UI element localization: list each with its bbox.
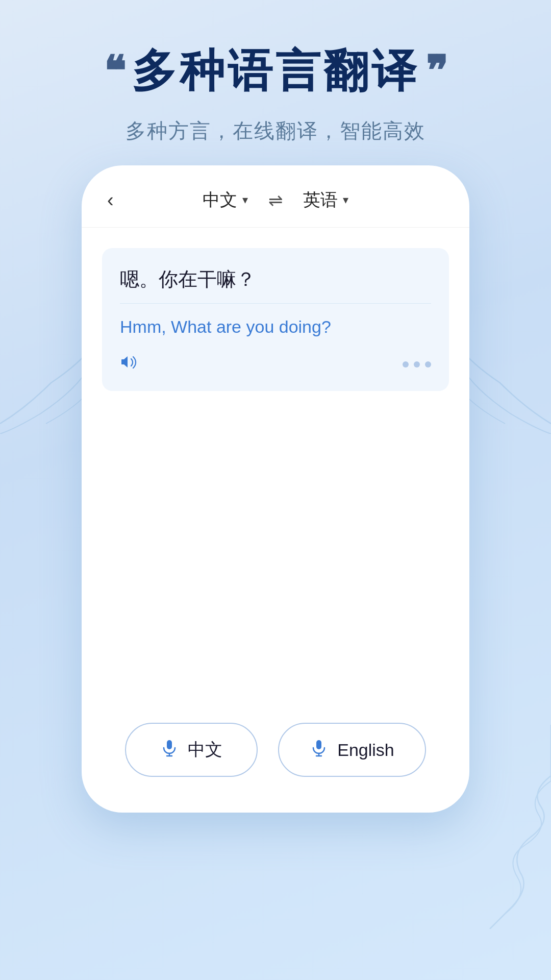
content-area: [82, 401, 469, 707]
swap-languages-button[interactable]: ⇌: [268, 190, 283, 210]
quote-open-icon: ❝: [104, 51, 126, 92]
card-actions: [120, 350, 431, 376]
chinese-voice-button[interactable]: 中文: [125, 723, 258, 777]
subtitle: 多种方言，在线翻译，智能高效: [0, 117, 551, 145]
phone-header: ‹ 中文 ▾ ⇌ 英语 ▾: [82, 165, 469, 228]
target-lang-arrow-icon: ▾: [343, 193, 348, 207]
bottom-buttons: 中文 English: [82, 707, 469, 782]
english-voice-button[interactable]: English: [278, 723, 426, 777]
source-lang-selector[interactable]: 中文 ▾: [203, 188, 248, 212]
more-options-button[interactable]: [403, 361, 431, 368]
source-lang-arrow-icon: ▾: [242, 193, 248, 207]
title-row: ❝ 多种语言翻译 ❞: [0, 41, 551, 102]
card-divider: [120, 303, 431, 304]
svg-rect-3: [316, 740, 321, 749]
translated-text: Hmm, What are you doing?: [120, 314, 431, 340]
back-button[interactable]: ‹: [107, 189, 114, 211]
dot-3: [425, 361, 431, 368]
english-voice-label: English: [337, 740, 394, 760]
source-text: 嗯。你在干嘛？: [120, 266, 431, 293]
chinese-voice-label: 中文: [188, 738, 222, 762]
target-lang-label: 英语: [303, 188, 338, 212]
main-title: 多种语言翻译: [132, 41, 419, 102]
translation-card: 嗯。你在干嘛？ Hmm, What are you doing?: [102, 248, 449, 391]
dot-2: [414, 361, 420, 368]
phone-mockup: ‹ 中文 ▾ ⇌ 英语 ▾ 嗯。你在干嘛？ Hmm, What are you …: [82, 165, 469, 813]
dot-1: [403, 361, 409, 368]
source-lang-label: 中文: [203, 188, 237, 212]
chinese-mic-icon: [160, 739, 179, 762]
play-sound-button[interactable]: [120, 353, 138, 376]
svg-rect-0: [167, 740, 172, 749]
target-lang-selector[interactable]: 英语 ▾: [303, 188, 348, 212]
header-section: ❝ 多种语言翻译 ❞ 多种方言，在线翻译，智能高效: [0, 0, 551, 165]
quote-close-icon: ❞: [425, 51, 447, 92]
english-mic-icon: [310, 739, 328, 762]
